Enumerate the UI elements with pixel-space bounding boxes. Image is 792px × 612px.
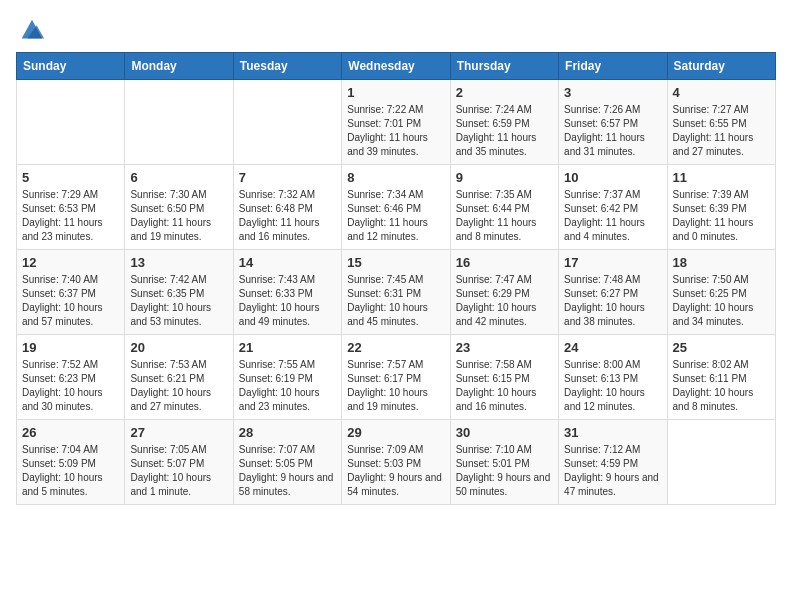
calendar-cell: 7Sunrise: 7:32 AM Sunset: 6:48 PM Daylig… [233,165,341,250]
day-info: Sunrise: 7:43 AM Sunset: 6:33 PM Dayligh… [239,273,336,329]
day-info: Sunrise: 7:48 AM Sunset: 6:27 PM Dayligh… [564,273,661,329]
day-info: Sunrise: 7:32 AM Sunset: 6:48 PM Dayligh… [239,188,336,244]
day-info: Sunrise: 7:57 AM Sunset: 6:17 PM Dayligh… [347,358,444,414]
day-info: Sunrise: 7:22 AM Sunset: 7:01 PM Dayligh… [347,103,444,159]
day-info: Sunrise: 7:05 AM Sunset: 5:07 PM Dayligh… [130,443,227,499]
day-info: Sunrise: 7:30 AM Sunset: 6:50 PM Dayligh… [130,188,227,244]
calendar-week-4: 19Sunrise: 7:52 AM Sunset: 6:23 PM Dayli… [17,335,776,420]
day-number: 24 [564,340,661,355]
calendar-cell: 13Sunrise: 7:42 AM Sunset: 6:35 PM Dayli… [125,250,233,335]
day-info: Sunrise: 7:58 AM Sunset: 6:15 PM Dayligh… [456,358,553,414]
calendar-cell [125,80,233,165]
calendar-cell: 3Sunrise: 7:26 AM Sunset: 6:57 PM Daylig… [559,80,667,165]
weekday-header-tuesday: Tuesday [233,53,341,80]
calendar-cell: 25Sunrise: 8:02 AM Sunset: 6:11 PM Dayli… [667,335,775,420]
calendar-cell: 22Sunrise: 7:57 AM Sunset: 6:17 PM Dayli… [342,335,450,420]
weekday-header-row: SundayMondayTuesdayWednesdayThursdayFrid… [17,53,776,80]
day-number: 17 [564,255,661,270]
day-info: Sunrise: 7:50 AM Sunset: 6:25 PM Dayligh… [673,273,770,329]
day-number: 18 [673,255,770,270]
calendar-week-1: 1Sunrise: 7:22 AM Sunset: 7:01 PM Daylig… [17,80,776,165]
calendar-cell: 18Sunrise: 7:50 AM Sunset: 6:25 PM Dayli… [667,250,775,335]
calendar-cell: 26Sunrise: 7:04 AM Sunset: 5:09 PM Dayli… [17,420,125,505]
calendar-cell: 24Sunrise: 8:00 AM Sunset: 6:13 PM Dayli… [559,335,667,420]
day-number: 6 [130,170,227,185]
calendar-cell: 9Sunrise: 7:35 AM Sunset: 6:44 PM Daylig… [450,165,558,250]
day-number: 27 [130,425,227,440]
day-info: Sunrise: 7:12 AM Sunset: 4:59 PM Dayligh… [564,443,661,499]
page-header [16,16,776,40]
day-info: Sunrise: 7:04 AM Sunset: 5:09 PM Dayligh… [22,443,119,499]
calendar-week-3: 12Sunrise: 7:40 AM Sunset: 6:37 PM Dayli… [17,250,776,335]
day-number: 3 [564,85,661,100]
day-number: 28 [239,425,336,440]
day-info: Sunrise: 7:26 AM Sunset: 6:57 PM Dayligh… [564,103,661,159]
day-info: Sunrise: 7:24 AM Sunset: 6:59 PM Dayligh… [456,103,553,159]
calendar-cell: 29Sunrise: 7:09 AM Sunset: 5:03 PM Dayli… [342,420,450,505]
calendar-cell [17,80,125,165]
day-number: 4 [673,85,770,100]
day-info: Sunrise: 7:37 AM Sunset: 6:42 PM Dayligh… [564,188,661,244]
calendar-cell: 17Sunrise: 7:48 AM Sunset: 6:27 PM Dayli… [559,250,667,335]
day-number: 31 [564,425,661,440]
calendar-cell: 10Sunrise: 7:37 AM Sunset: 6:42 PM Dayli… [559,165,667,250]
day-info: Sunrise: 7:42 AM Sunset: 6:35 PM Dayligh… [130,273,227,329]
day-number: 29 [347,425,444,440]
calendar-cell: 15Sunrise: 7:45 AM Sunset: 6:31 PM Dayli… [342,250,450,335]
weekday-header-sunday: Sunday [17,53,125,80]
calendar-week-2: 5Sunrise: 7:29 AM Sunset: 6:53 PM Daylig… [17,165,776,250]
calendar-cell: 1Sunrise: 7:22 AM Sunset: 7:01 PM Daylig… [342,80,450,165]
calendar-cell: 27Sunrise: 7:05 AM Sunset: 5:07 PM Dayli… [125,420,233,505]
calendar-cell [667,420,775,505]
day-info: Sunrise: 7:35 AM Sunset: 6:44 PM Dayligh… [456,188,553,244]
day-info: Sunrise: 7:52 AM Sunset: 6:23 PM Dayligh… [22,358,119,414]
calendar-body: 1Sunrise: 7:22 AM Sunset: 7:01 PM Daylig… [17,80,776,505]
day-number: 23 [456,340,553,355]
weekday-header-monday: Monday [125,53,233,80]
day-number: 5 [22,170,119,185]
day-number: 14 [239,255,336,270]
day-info: Sunrise: 8:02 AM Sunset: 6:11 PM Dayligh… [673,358,770,414]
day-info: Sunrise: 7:09 AM Sunset: 5:03 PM Dayligh… [347,443,444,499]
day-info: Sunrise: 7:53 AM Sunset: 6:21 PM Dayligh… [130,358,227,414]
day-number: 19 [22,340,119,355]
day-number: 12 [22,255,119,270]
day-info: Sunrise: 7:55 AM Sunset: 6:19 PM Dayligh… [239,358,336,414]
calendar-cell: 14Sunrise: 7:43 AM Sunset: 6:33 PM Dayli… [233,250,341,335]
day-number: 15 [347,255,444,270]
day-info: Sunrise: 7:39 AM Sunset: 6:39 PM Dayligh… [673,188,770,244]
day-number: 2 [456,85,553,100]
calendar-table: SundayMondayTuesdayWednesdayThursdayFrid… [16,52,776,505]
day-number: 1 [347,85,444,100]
day-info: Sunrise: 7:47 AM Sunset: 6:29 PM Dayligh… [456,273,553,329]
logo-icon [18,16,46,44]
calendar-cell: 11Sunrise: 7:39 AM Sunset: 6:39 PM Dayli… [667,165,775,250]
day-info: Sunrise: 8:00 AM Sunset: 6:13 PM Dayligh… [564,358,661,414]
calendar-cell: 6Sunrise: 7:30 AM Sunset: 6:50 PM Daylig… [125,165,233,250]
weekday-header-thursday: Thursday [450,53,558,80]
calendar-cell: 23Sunrise: 7:58 AM Sunset: 6:15 PM Dayli… [450,335,558,420]
calendar-cell: 30Sunrise: 7:10 AM Sunset: 5:01 PM Dayli… [450,420,558,505]
day-number: 9 [456,170,553,185]
calendar-week-5: 26Sunrise: 7:04 AM Sunset: 5:09 PM Dayli… [17,420,776,505]
calendar-cell: 5Sunrise: 7:29 AM Sunset: 6:53 PM Daylig… [17,165,125,250]
calendar-cell: 8Sunrise: 7:34 AM Sunset: 6:46 PM Daylig… [342,165,450,250]
weekday-header-wednesday: Wednesday [342,53,450,80]
day-number: 30 [456,425,553,440]
weekday-header-saturday: Saturday [667,53,775,80]
day-number: 26 [22,425,119,440]
calendar-cell: 4Sunrise: 7:27 AM Sunset: 6:55 PM Daylig… [667,80,775,165]
day-number: 22 [347,340,444,355]
day-info: Sunrise: 7:27 AM Sunset: 6:55 PM Dayligh… [673,103,770,159]
day-info: Sunrise: 7:40 AM Sunset: 6:37 PM Dayligh… [22,273,119,329]
logo [16,16,46,40]
day-number: 16 [456,255,553,270]
calendar-cell: 16Sunrise: 7:47 AM Sunset: 6:29 PM Dayli… [450,250,558,335]
day-info: Sunrise: 7:07 AM Sunset: 5:05 PM Dayligh… [239,443,336,499]
day-number: 10 [564,170,661,185]
day-info: Sunrise: 7:34 AM Sunset: 6:46 PM Dayligh… [347,188,444,244]
calendar-cell: 20Sunrise: 7:53 AM Sunset: 6:21 PM Dayli… [125,335,233,420]
calendar-cell: 31Sunrise: 7:12 AM Sunset: 4:59 PM Dayli… [559,420,667,505]
day-info: Sunrise: 7:45 AM Sunset: 6:31 PM Dayligh… [347,273,444,329]
day-number: 20 [130,340,227,355]
